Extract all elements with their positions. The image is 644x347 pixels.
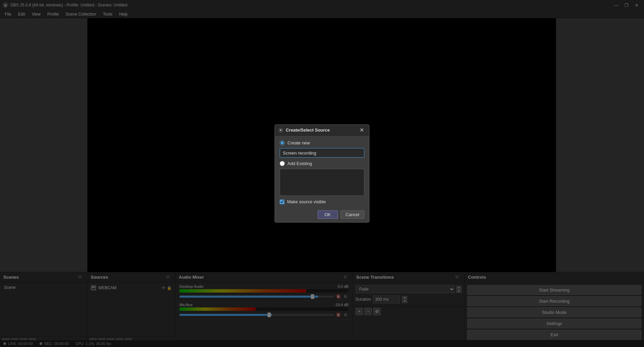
existing-sources-list[interactable]	[280, 169, 364, 196]
source-name-input[interactable]	[280, 148, 364, 158]
add-existing-row: Add Existing	[280, 161, 364, 166]
create-select-source-dialog: ● Create/Select Source ✕ Create new Add …	[275, 124, 369, 223]
create-new-row: Create new	[280, 140, 364, 145]
dialog-title-left: ● Create/Select Source	[278, 128, 330, 133]
dialog-cancel-button[interactable]: Cancel	[341, 210, 364, 219]
dialog-body: Create new Add Existing Make source visi…	[275, 136, 369, 222]
dialog-footer: OK Cancel	[280, 209, 364, 219]
make-visible-label[interactable]: Make source visible	[287, 199, 326, 204]
dialog-title-text: Create/Select Source	[286, 128, 330, 133]
modal-overlay: ● Create/Select Source ✕ Create new Add …	[0, 0, 644, 347]
add-existing-radio[interactable]	[280, 161, 285, 166]
dialog-icon: ●	[278, 128, 283, 133]
dialog-ok-button[interactable]: OK	[318, 210, 338, 219]
dialog-titlebar: ● Create/Select Source ✕	[275, 125, 369, 136]
dialog-close-button[interactable]: ✕	[358, 126, 366, 134]
create-new-label[interactable]: Create new	[287, 140, 310, 145]
make-visible-row: Make source visible	[280, 199, 364, 204]
make-visible-checkbox[interactable]	[280, 200, 284, 204]
create-new-radio[interactable]	[280, 140, 285, 145]
add-existing-label[interactable]: Add Existing	[287, 161, 312, 166]
